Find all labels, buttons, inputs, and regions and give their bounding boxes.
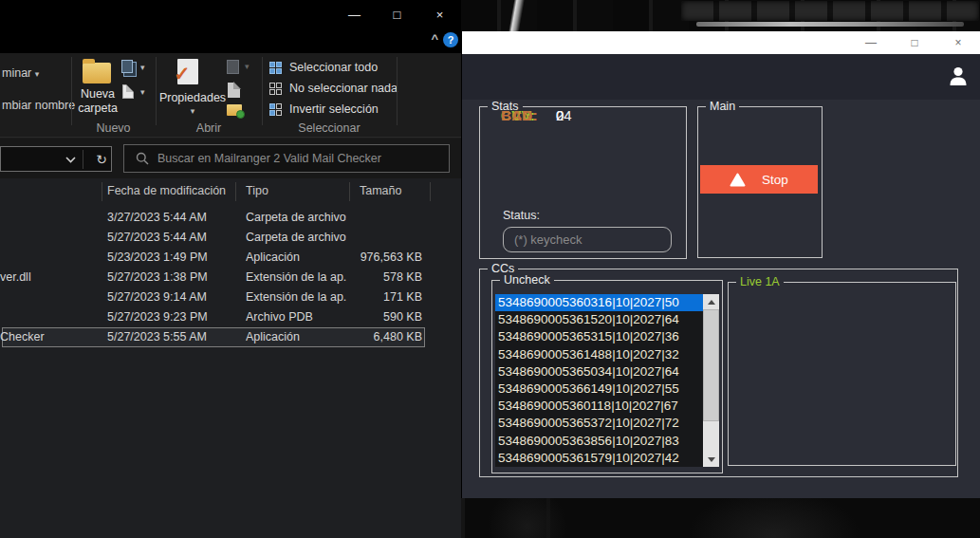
card-list-item[interactable]: 5348690005365034|10|2027|64 xyxy=(495,363,703,380)
status-input[interactable] xyxy=(503,227,672,252)
selection-command-button[interactable]: Invertir selección xyxy=(269,99,398,120)
dropdown-icon[interactable]: ▾ xyxy=(152,106,233,116)
main-groupbox: Main Stop xyxy=(697,106,823,258)
file-row[interactable]: Checker 5/27/2023 5:55 AM Aplicación 6,4… xyxy=(2,327,425,347)
main-title: Main xyxy=(706,100,739,114)
file-rows: 3/27/2023 5:44 AM Carpeta de archivos 5/… xyxy=(2,208,425,347)
screen: — □ × ^ ? minar ▾ mbiar nombre Nueva car… xyxy=(0,0,980,538)
explorer-minimize-button[interactable]: — xyxy=(333,0,376,28)
dropdown-icon[interactable]: ▾ xyxy=(140,87,145,97)
uncheck-title: Uncheck xyxy=(500,273,554,288)
search-box xyxy=(123,144,450,173)
easy-access-icon[interactable] xyxy=(121,60,133,73)
column-header-type[interactable]: Tipo xyxy=(246,184,268,197)
card-list-item[interactable]: 5348690005360316|10|2027|50 xyxy=(495,294,703,311)
ribbon-rename-button[interactable]: mbiar nombre xyxy=(2,99,75,112)
file-row[interactable]: 5/27/2023 9:23 PM Archivo PDB 590 KB xyxy=(2,307,425,327)
selection-grid-icon xyxy=(269,83,282,95)
listbox-scrollbar[interactable] xyxy=(703,294,719,467)
selection-grid-icon xyxy=(269,62,282,74)
card-list-item[interactable]: 5348690005366149|10|2027|55 xyxy=(495,380,703,398)
help-icon[interactable]: ? xyxy=(443,32,458,47)
file-row[interactable]: 3/27/2023 5:44 AM Carpeta de archivos xyxy=(2,208,425,228)
address-bar[interactable]: ↻ xyxy=(0,146,112,172)
column-header-date[interactable]: Fecha de modificación xyxy=(107,184,226,197)
checker-maximize-button[interactable]: □ xyxy=(893,31,936,54)
checker-window: — □ × Stats CVV: 0 xyxy=(462,31,980,498)
open-file-icon[interactable] xyxy=(228,83,240,98)
explorer-close-button[interactable]: × xyxy=(418,0,461,28)
live-title: Live 1A xyxy=(736,275,784,289)
history-icon[interactable] xyxy=(227,104,242,116)
explorer-maximize-button[interactable]: □ xyxy=(376,0,418,28)
check-icon: ✓ xyxy=(174,63,191,85)
ribbon-group-open: Abrir xyxy=(156,121,262,135)
card-list-item[interactable]: 5348690005365372|10|2027|72 xyxy=(495,415,703,432)
column-header-size[interactable]: Tamaño xyxy=(360,184,401,197)
checker-minimize-button[interactable]: — xyxy=(849,31,893,54)
selection-command-button[interactable]: No seleccionar nada xyxy=(269,78,398,99)
new-item-icon[interactable] xyxy=(122,84,134,99)
new-folder-icon xyxy=(83,63,111,83)
checker-header xyxy=(462,54,980,100)
explorer-window: — □ × ^ ? minar ▾ mbiar nombre Nueva car… xyxy=(0,0,461,538)
explorer-navbar: ↻ xyxy=(0,139,461,178)
stop-button-label: Stop xyxy=(762,173,788,187)
selection-command-button[interactable]: Seleccionar todo xyxy=(269,57,398,78)
explorer-titlebar: — □ × xyxy=(0,0,461,28)
card-list-item[interactable]: 5348690005360118|10|2027|67 xyxy=(495,398,703,415)
explorer-helpbar: ^ ? xyxy=(0,28,461,53)
search-icon xyxy=(136,152,149,165)
search-input[interactable] xyxy=(157,152,449,165)
card-list-item[interactable]: 5348690005361520|10|2027|64 xyxy=(495,311,703,328)
card-list-item[interactable]: 5348690005363856|10|2027|83 xyxy=(495,433,703,450)
ribbon-separator xyxy=(262,57,263,125)
column-separator[interactable] xyxy=(235,182,236,201)
column-separator[interactable] xyxy=(349,182,350,201)
stats-groupbox: Stats CVV: 0 CCN: 0 xyxy=(479,106,687,259)
column-headers: Fecha de modificación Tipo Tamaño xyxy=(0,180,461,203)
ribbon-separator xyxy=(397,57,398,125)
file-row[interactable]: ver.dll 5/27/2023 1:38 PM Extensión de l… xyxy=(2,268,425,288)
stop-button[interactable]: Stop xyxy=(700,165,818,194)
scrollbar-thumb[interactable] xyxy=(703,309,719,421)
column-separator[interactable] xyxy=(102,182,102,201)
user-icon[interactable] xyxy=(948,65,969,86)
scroll-up-icon[interactable] xyxy=(703,294,719,309)
card-list-item[interactable]: 5348690005365315|10|2027|36 xyxy=(495,328,703,345)
ribbon-group-select: Seleccionar xyxy=(262,121,397,135)
properties-icon: ✓ xyxy=(177,59,198,84)
dropdown-icon[interactable]: ▾ xyxy=(140,63,145,72)
card-listbox[interactable]: 5348690005360316|10|2027|50 534869000536… xyxy=(495,294,719,467)
ribbon-delete-button[interactable]: minar ▾ xyxy=(2,66,39,80)
column-separator[interactable] xyxy=(430,182,431,201)
wallpaper-shapes xyxy=(461,498,980,538)
desktop-wallpaper-bottom xyxy=(461,498,980,538)
checker-titlebar: — □ × xyxy=(462,31,980,54)
stat-label: BAD: xyxy=(501,107,556,123)
address-divider xyxy=(83,150,83,169)
refresh-icon[interactable]: ↻ xyxy=(92,150,111,169)
scroll-down-icon[interactable] xyxy=(703,452,719,467)
edit-icon[interactable] xyxy=(227,60,239,74)
card-list-item[interactable]: 5348690005361488|10|2027|32 xyxy=(495,346,703,363)
file-row[interactable]: 5/27/2023 9:14 AM Extensión de la ap... … xyxy=(2,288,425,307)
chevron-down-icon[interactable] xyxy=(65,157,76,163)
checker-close-button[interactable]: × xyxy=(936,31,980,54)
explorer-ribbon: minar ▾ mbiar nombre Nueva carpeta ▾ ▾ ✓… xyxy=(0,53,461,138)
stat-value: 24 xyxy=(556,107,572,123)
warning-triangle-icon xyxy=(730,173,746,187)
card-list-item[interactable]: 5348690005361579|10|2027|42 xyxy=(495,450,703,467)
collapse-ribbon-icon[interactable]: ^ xyxy=(431,31,438,46)
properties-button[interactable]: Propiedades xyxy=(152,91,233,104)
dropdown-icon: ▾ xyxy=(35,69,40,79)
wallpaper-panel xyxy=(681,1,979,21)
ribbon-group-new: Nuevo xyxy=(71,121,156,135)
stat-row: BAD: 24 xyxy=(501,107,572,123)
card-rows: 5348690005360316|10|2027|50 534869000536… xyxy=(495,294,703,467)
checker-body: Stats CVV: 0 CCN: 0 xyxy=(462,100,980,498)
file-row[interactable]: 5/27/2023 5:44 AM Carpeta de archivos xyxy=(2,228,425,248)
file-row[interactable]: 5/23/2023 1:49 PM Aplicación 976,563 KB xyxy=(2,248,425,268)
ccs-groupbox: CCs Uncheck 5348690005360316|10|2027|50 … xyxy=(479,269,958,477)
new-folder-button[interactable]: Nueva carpeta xyxy=(68,87,127,116)
